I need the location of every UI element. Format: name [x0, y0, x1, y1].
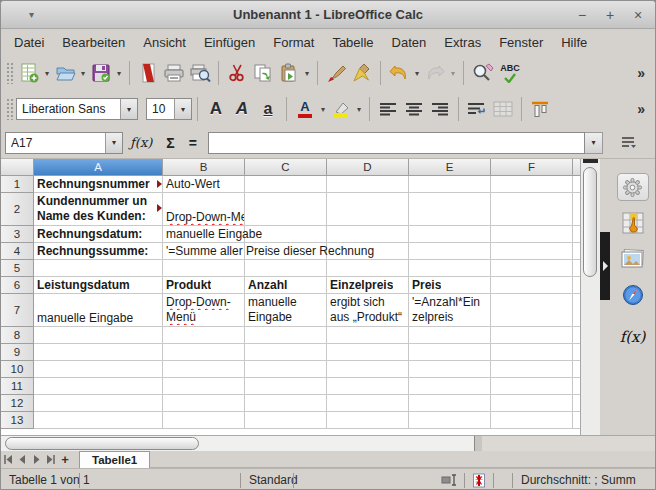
redo-dropdown[interactable]: ▾	[448, 69, 458, 78]
cell-partial[interactable]	[573, 226, 580, 243]
cell-B2[interactable]: Drop-Down-Menü	[163, 193, 245, 226]
highlight-color-dropdown[interactable]: ▾	[354, 105, 364, 114]
sheet-tab-tabelle1[interactable]: Tabelle1	[79, 451, 150, 468]
cell[interactable]	[491, 327, 573, 344]
font-color-dropdown[interactable]: ▾	[318, 105, 328, 114]
cell-E4[interactable]	[409, 243, 491, 260]
sidebar-tab-gallery[interactable]	[617, 245, 649, 273]
row-header-13[interactable]: 13	[1, 412, 34, 429]
cell-A3[interactable]: Rechnungsdatum:	[34, 226, 163, 243]
column-header-B[interactable]: B	[163, 159, 245, 176]
cell[interactable]	[327, 395, 409, 412]
cell-A7[interactable]: manuelle Eingabe	[34, 294, 163, 327]
underline-button[interactable]: a	[255, 95, 281, 123]
row-header-8[interactable]: 8	[1, 327, 34, 344]
cell-F5[interactable]	[491, 260, 573, 277]
column-header-A[interactable]: A	[34, 159, 163, 176]
new-document-button[interactable]	[16, 59, 42, 87]
cell-A2[interactable]: Kundennummer unName des Kunden:	[34, 193, 163, 226]
sidebar-hide-handle[interactable]	[600, 232, 610, 300]
sum-button[interactable]: Σ	[159, 135, 181, 151]
cell[interactable]	[409, 344, 491, 361]
cell-E6[interactable]: Preis	[409, 277, 491, 294]
menu-einfuegen[interactable]: Einfügen	[195, 31, 264, 54]
menu-extras[interactable]: Extras	[435, 31, 490, 54]
row-header-11[interactable]: 11	[1, 378, 34, 395]
previous-sheet-button[interactable]	[15, 451, 29, 468]
row-header-6[interactable]: 6	[1, 277, 34, 294]
cell[interactable]	[491, 412, 573, 429]
cell-B3[interactable]: manuelle Eingabe	[163, 226, 245, 243]
cell[interactable]	[573, 344, 580, 361]
cell-C2[interactable]	[245, 193, 327, 226]
horizontal-scrollbar-thumb[interactable]	[5, 437, 199, 450]
name-box[interactable]: A17 ▾	[5, 132, 123, 154]
column-header-E[interactable]: E	[409, 159, 491, 176]
cell[interactable]	[34, 344, 163, 361]
menu-daten[interactable]: Daten	[383, 31, 436, 54]
cell[interactable]	[34, 378, 163, 395]
page-style-status[interactable]: Standard	[241, 473, 293, 487]
cell-B7[interactable]: Drop-Down-Menü	[163, 294, 245, 327]
sidebar-settings-button[interactable]	[603, 136, 653, 149]
cell-F2[interactable]	[491, 193, 573, 226]
first-sheet-button[interactable]	[1, 451, 15, 468]
cell[interactable]	[491, 395, 573, 412]
sidebar-tab-navigator[interactable]	[617, 281, 649, 309]
print-button[interactable]	[161, 59, 187, 87]
cell-partial[interactable]	[573, 176, 580, 193]
cell-A5[interactable]	[34, 260, 163, 277]
find-replace-button[interactable]	[469, 59, 497, 87]
cell[interactable]	[327, 412, 409, 429]
cell[interactable]	[491, 361, 573, 378]
cell[interactable]	[573, 361, 580, 378]
paste-dropdown[interactable]: ▾	[302, 69, 312, 78]
cell-C7[interactable]: manuelleEingabe	[245, 294, 327, 327]
row-header-5[interactable]: 5	[1, 260, 34, 277]
cell-C5[interactable]	[245, 260, 327, 277]
next-sheet-button[interactable]	[29, 451, 43, 468]
cell[interactable]	[245, 361, 327, 378]
sidebar-tab-functions[interactable]: f(x)	[617, 323, 649, 351]
toolbar-grip[interactable]	[6, 98, 13, 120]
formula-input-line[interactable]	[208, 132, 585, 154]
sidebar-splitter[interactable]	[600, 159, 610, 435]
cell-A1[interactable]: Rechnungsnummer	[34, 176, 163, 193]
add-sheet-button[interactable]: +	[57, 451, 73, 468]
clear-formatting-button[interactable]	[349, 59, 375, 87]
cell[interactable]	[327, 378, 409, 395]
menu-ansicht[interactable]: Ansicht	[134, 31, 195, 54]
cell-D7[interactable]: ergibt sichaus „Produkt“	[327, 294, 409, 327]
cell[interactable]	[491, 344, 573, 361]
cell-B1[interactable]: Auto-Wert	[163, 176, 245, 193]
window-menu-icon[interactable]: ▾	[29, 9, 34, 20]
new-document-dropdown[interactable]: ▾	[42, 69, 52, 78]
horizontal-split-handle[interactable]	[474, 435, 482, 451]
maximize-button[interactable]: +	[603, 8, 617, 22]
cell[interactable]	[245, 327, 327, 344]
italic-button[interactable]: A	[229, 95, 255, 123]
select-all-corner[interactable]	[1, 159, 34, 176]
cell-F3[interactable]	[491, 226, 573, 243]
cell[interactable]	[245, 344, 327, 361]
cell-C1[interactable]	[245, 176, 327, 193]
document-modified-button[interactable]	[465, 473, 493, 488]
cell-B5[interactable]	[163, 260, 245, 277]
cell[interactable]	[409, 378, 491, 395]
selection-mode-button[interactable]	[434, 474, 464, 486]
cell[interactable]	[327, 327, 409, 344]
cell-D1[interactable]	[327, 176, 409, 193]
cell-partial[interactable]	[573, 243, 580, 260]
undo-dropdown[interactable]: ▾	[412, 69, 422, 78]
row-header-7[interactable]: 7	[1, 294, 34, 327]
wrap-text-button[interactable]	[464, 95, 490, 123]
column-header-partial[interactable]	[573, 159, 580, 176]
column-header-F[interactable]: F	[491, 159, 573, 176]
cell-D2[interactable]	[327, 193, 409, 226]
cell[interactable]	[573, 412, 580, 429]
font-size-combobox[interactable]: 10 ▾	[146, 98, 192, 120]
cell-partial[interactable]	[573, 260, 580, 277]
cell-A4[interactable]: Rechnungssumme:	[34, 243, 163, 260]
export-pdf-button[interactable]	[135, 59, 161, 87]
menu-fenster[interactable]: Fenster	[490, 31, 552, 54]
